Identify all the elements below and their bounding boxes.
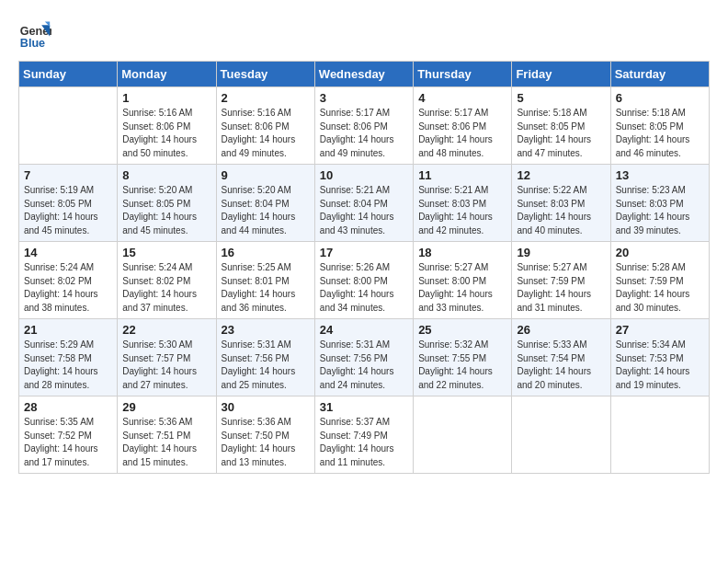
cell-sun-info: Sunrise: 5:21 AM Sunset: 8:03 PM Dayligh…: [418, 184, 506, 237]
calendar-cell: 23Sunrise: 5:31 AM Sunset: 7:56 PM Dayli…: [216, 319, 314, 396]
weekday-header: Tuesday: [216, 62, 314, 87]
cell-sun-info: Sunrise: 5:17 AM Sunset: 8:06 PM Dayligh…: [320, 107, 408, 160]
day-number: 30: [222, 400, 310, 414]
day-number: 10: [320, 168, 408, 182]
cell-sun-info: Sunrise: 5:31 AM Sunset: 7:56 PM Dayligh…: [320, 339, 408, 392]
calendar-cell: 5Sunrise: 5:18 AM Sunset: 8:05 PM Daylig…: [512, 87, 610, 165]
calendar-cell: 26Sunrise: 5:33 AM Sunset: 7:54 PM Dayli…: [512, 319, 610, 396]
cell-sun-info: Sunrise: 5:35 AM Sunset: 7:52 PM Dayligh…: [24, 416, 112, 469]
calendar-cell: 25Sunrise: 5:32 AM Sunset: 7:55 PM Dayli…: [414, 319, 512, 396]
calendar-cell: 3Sunrise: 5:17 AM Sunset: 8:06 PM Daylig…: [314, 87, 413, 165]
day-number: 31: [320, 400, 408, 414]
calendar-header-row: SundayMondayTuesdayWednesdayThursdayFrid…: [19, 62, 710, 87]
cell-sun-info: Sunrise: 5:19 AM Sunset: 8:05 PM Dayligh…: [24, 184, 112, 237]
day-number: 23: [222, 323, 310, 337]
calendar-cell: 19Sunrise: 5:27 AM Sunset: 7:59 PM Dayli…: [512, 242, 610, 319]
cell-sun-info: Sunrise: 5:36 AM Sunset: 7:51 PM Dayligh…: [122, 416, 210, 469]
cell-sun-info: Sunrise: 5:20 AM Sunset: 8:05 PM Dayligh…: [122, 184, 210, 237]
calendar-cell: 28Sunrise: 5:35 AM Sunset: 7:52 PM Dayli…: [19, 396, 118, 474]
calendar-cell: 13Sunrise: 5:23 AM Sunset: 8:03 PM Dayli…: [610, 165, 709, 242]
calendar-week-row: 21Sunrise: 5:29 AM Sunset: 7:58 PM Dayli…: [19, 319, 710, 396]
calendar-cell: 12Sunrise: 5:22 AM Sunset: 8:03 PM Dayli…: [512, 165, 610, 242]
cell-sun-info: Sunrise: 5:21 AM Sunset: 8:04 PM Dayligh…: [320, 184, 408, 237]
day-number: 4: [418, 91, 506, 105]
day-number: 3: [320, 91, 408, 105]
day-number: 13: [616, 168, 704, 182]
day-number: 17: [320, 246, 408, 259]
cell-sun-info: Sunrise: 5:23 AM Sunset: 8:03 PM Dayligh…: [616, 184, 704, 237]
day-number: 2: [222, 91, 310, 105]
cell-sun-info: Sunrise: 5:16 AM Sunset: 8:06 PM Dayligh…: [222, 107, 310, 160]
calendar-cell: 24Sunrise: 5:31 AM Sunset: 7:56 PM Dayli…: [314, 319, 413, 396]
calendar-cell: 10Sunrise: 5:21 AM Sunset: 8:04 PM Dayli…: [314, 165, 413, 242]
calendar-cell: [512, 396, 610, 474]
calendar-cell: [19, 87, 118, 165]
cell-sun-info: Sunrise: 5:18 AM Sunset: 8:05 PM Dayligh…: [616, 107, 704, 160]
calendar-week-row: 7Sunrise: 5:19 AM Sunset: 8:05 PM Daylig…: [19, 165, 710, 242]
weekday-header: Saturday: [610, 62, 709, 87]
calendar-cell: 30Sunrise: 5:36 AM Sunset: 7:50 PM Dayli…: [216, 396, 314, 474]
cell-sun-info: Sunrise: 5:31 AM Sunset: 7:56 PM Dayligh…: [222, 339, 310, 392]
cell-sun-info: Sunrise: 5:22 AM Sunset: 8:03 PM Dayligh…: [517, 184, 605, 237]
cell-sun-info: Sunrise: 5:27 AM Sunset: 7:59 PM Dayligh…: [517, 261, 605, 315]
day-number: 16: [222, 246, 310, 259]
cell-sun-info: Sunrise: 5:33 AM Sunset: 7:54 PM Dayligh…: [517, 339, 605, 392]
weekday-header: Friday: [512, 62, 610, 87]
day-number: 20: [616, 246, 704, 259]
cell-sun-info: Sunrise: 5:37 AM Sunset: 7:49 PM Dayligh…: [320, 416, 408, 469]
calendar-cell: 20Sunrise: 5:28 AM Sunset: 7:59 PM Dayli…: [610, 242, 709, 319]
calendar-week-row: 1Sunrise: 5:16 AM Sunset: 8:06 PM Daylig…: [19, 87, 710, 165]
cell-sun-info: Sunrise: 5:32 AM Sunset: 7:55 PM Dayligh…: [418, 339, 506, 392]
cell-sun-info: Sunrise: 5:27 AM Sunset: 8:00 PM Dayligh…: [418, 261, 506, 315]
day-number: 6: [616, 91, 704, 105]
calendar-cell: 18Sunrise: 5:27 AM Sunset: 8:00 PM Dayli…: [414, 242, 512, 319]
day-number: 11: [418, 168, 506, 182]
calendar-cell: 22Sunrise: 5:30 AM Sunset: 7:57 PM Dayli…: [118, 319, 216, 396]
calendar-cell: 29Sunrise: 5:36 AM Sunset: 7:51 PM Dayli…: [118, 396, 216, 474]
calendar-cell: 17Sunrise: 5:26 AM Sunset: 8:00 PM Dayli…: [314, 242, 413, 319]
cell-sun-info: Sunrise: 5:17 AM Sunset: 8:06 PM Dayligh…: [418, 107, 506, 160]
calendar-cell: 21Sunrise: 5:29 AM Sunset: 7:58 PM Dayli…: [19, 319, 118, 396]
cell-sun-info: Sunrise: 5:36 AM Sunset: 7:50 PM Dayligh…: [222, 416, 310, 469]
day-number: 19: [517, 246, 605, 259]
calendar-cell: 16Sunrise: 5:25 AM Sunset: 8:01 PM Dayli…: [216, 242, 314, 319]
cell-sun-info: Sunrise: 5:16 AM Sunset: 8:06 PM Dayligh…: [122, 107, 210, 160]
calendar-cell: 31Sunrise: 5:37 AM Sunset: 7:49 PM Dayli…: [314, 396, 413, 474]
day-number: 14: [24, 246, 112, 259]
cell-sun-info: Sunrise: 5:29 AM Sunset: 7:58 PM Dayligh…: [24, 339, 112, 392]
calendar-cell: 4Sunrise: 5:17 AM Sunset: 8:06 PM Daylig…: [414, 87, 512, 165]
calendar-cell: [610, 396, 709, 474]
weekday-header: Thursday: [414, 62, 512, 87]
day-number: 29: [122, 400, 210, 414]
cell-sun-info: Sunrise: 5:26 AM Sunset: 8:00 PM Dayligh…: [320, 261, 408, 315]
day-number: 21: [24, 323, 112, 337]
calendar-week-row: 28Sunrise: 5:35 AM Sunset: 7:52 PM Dayli…: [19, 396, 710, 474]
calendar-cell: 6Sunrise: 5:18 AM Sunset: 8:05 PM Daylig…: [610, 87, 709, 165]
day-number: 8: [122, 168, 210, 182]
calendar-cell: [414, 396, 512, 474]
cell-sun-info: Sunrise: 5:34 AM Sunset: 7:53 PM Dayligh…: [616, 339, 704, 392]
page-header: General Blue: [18, 18, 710, 52]
day-number: 18: [418, 246, 506, 259]
day-number: 9: [222, 168, 310, 182]
calendar-cell: 7Sunrise: 5:19 AM Sunset: 8:05 PM Daylig…: [19, 165, 118, 242]
day-number: 24: [320, 323, 408, 337]
weekday-header: Sunday: [19, 62, 118, 87]
day-number: 22: [122, 323, 210, 337]
weekday-header: Monday: [118, 62, 216, 87]
cell-sun-info: Sunrise: 5:25 AM Sunset: 8:01 PM Dayligh…: [222, 261, 310, 315]
calendar-cell: 8Sunrise: 5:20 AM Sunset: 8:05 PM Daylig…: [118, 165, 216, 242]
calendar-cell: 1Sunrise: 5:16 AM Sunset: 8:06 PM Daylig…: [118, 87, 216, 165]
calendar-cell: 9Sunrise: 5:20 AM Sunset: 8:04 PM Daylig…: [216, 165, 314, 242]
calendar-week-row: 14Sunrise: 5:24 AM Sunset: 8:02 PM Dayli…: [19, 242, 710, 319]
day-number: 5: [517, 91, 605, 105]
logo: General Blue: [18, 18, 51, 52]
calendar-cell: 14Sunrise: 5:24 AM Sunset: 8:02 PM Dayli…: [19, 242, 118, 319]
cell-sun-info: Sunrise: 5:28 AM Sunset: 7:59 PM Dayligh…: [616, 261, 704, 315]
day-number: 7: [24, 168, 112, 182]
svg-text:Blue: Blue: [20, 37, 45, 50]
logo-icon: General Blue: [18, 18, 51, 52]
calendar-cell: 11Sunrise: 5:21 AM Sunset: 8:03 PM Dayli…: [414, 165, 512, 242]
cell-sun-info: Sunrise: 5:24 AM Sunset: 8:02 PM Dayligh…: [24, 261, 112, 315]
day-number: 25: [418, 323, 506, 337]
